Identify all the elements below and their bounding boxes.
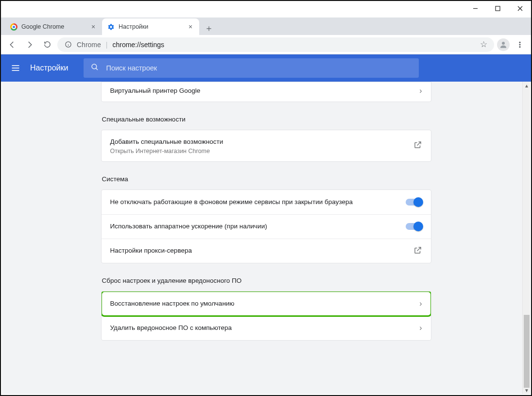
row-background-apps[interactable]: Не отключать работающие в фоновом режиме… — [102, 190, 431, 214]
tab-google-chrome[interactable]: Google Chrome × — [5, 18, 102, 35]
address-origin: Chrome — [77, 41, 101, 49]
row-hardware-accel[interactable]: Использовать аппаратное ускорение (при н… — [102, 214, 431, 239]
scrollbar-thumb[interactable] — [524, 315, 530, 388]
chevron-right-icon: › — [419, 299, 422, 308]
window-titlebar — [1, 1, 531, 17]
row-label: Виртуальный принтер Google — [110, 86, 201, 96]
card-accessibility: Добавить специальные возможности Открыть… — [101, 130, 431, 162]
card-reset: Восстановление настроек по умолчанию › У… — [101, 291, 431, 341]
vertical-scrollbar[interactable]: ▲ ▼ — [522, 82, 530, 394]
scroll-down-arrow-icon[interactable]: ▼ — [523, 386, 530, 394]
settings-title: Настройки — [30, 64, 68, 72]
new-tab-button[interactable]: ＋ — [202, 21, 216, 35]
toggle-hardware-accel[interactable] — [406, 223, 422, 230]
address-bar[interactable]: Chrome | chrome://settings ☆ — [57, 37, 494, 52]
row-label: Восстановление настроек по умолчанию — [110, 299, 235, 309]
chevron-right-icon: › — [419, 324, 422, 332]
svg-rect-1 — [496, 6, 500, 11]
gear-icon — [107, 23, 115, 31]
row-cleanup-computer[interactable]: Удалить вредоносное ПО с компьютера › — [102, 316, 431, 340]
section-label-accessibility: Специальные возможности — [102, 116, 431, 123]
row-label: Настройки прокси-сервера — [110, 246, 192, 256]
tab-title: Настройки — [119, 23, 183, 30]
external-link-icon — [413, 140, 422, 151]
scroll-up-arrow-icon[interactable]: ▲ — [523, 82, 530, 89]
tab-strip: Google Chrome × Настройки × ＋ — [1, 17, 531, 35]
row-proxy-settings[interactable]: Настройки прокси-сервера — [102, 239, 431, 263]
card-printing: Виртуальный принтер Google › — [101, 82, 431, 102]
bookmark-star-icon[interactable]: ☆ — [480, 39, 487, 50]
row-restore-defaults[interactable]: Восстановление настроек по умолчанию › — [102, 292, 431, 316]
row-label: Не отключать работающие в фоновом режиме… — [110, 197, 353, 207]
svg-point-14 — [92, 64, 97, 69]
search-icon — [90, 63, 99, 73]
window-minimize-button[interactable] — [464, 1, 486, 16]
row-add-accessibility[interactable]: Добавить специальные возможности Открыть… — [102, 130, 431, 161]
address-path: chrome://settings — [112, 41, 164, 49]
row-label: Добавить специальные возможности — [110, 137, 223, 147]
external-link-icon — [413, 246, 422, 256]
window-maximize-button[interactable] — [486, 1, 509, 16]
card-system: Не отключать работающие в фоновом режиме… — [101, 189, 431, 263]
profile-avatar-button[interactable] — [497, 38, 510, 51]
section-label-reset: Сброс настроек и удаление вредоносного П… — [102, 277, 431, 284]
row-sublabel: Открыть Интернет-магазин Chrome — [110, 148, 223, 155]
settings-header: Настройки — [1, 54, 531, 82]
overflow-menu-button[interactable] — [513, 37, 527, 52]
chevron-right-icon: › — [419, 86, 422, 95]
nav-reload-button[interactable] — [40, 37, 54, 52]
svg-point-8 — [519, 42, 521, 43]
menu-button[interactable] — [10, 62, 21, 74]
window-close-button[interactable] — [509, 1, 531, 16]
tab-close-button[interactable]: × — [187, 23, 194, 31]
nav-back-button[interactable] — [5, 37, 19, 52]
row-label: Удалить вредоносное ПО с компьютера — [110, 323, 232, 333]
section-label-system: Система — [102, 175, 431, 183]
settings-search-input[interactable] — [106, 64, 412, 72]
site-info-icon[interactable] — [64, 41, 72, 49]
address-separator: | — [106, 41, 108, 49]
svg-point-7 — [502, 42, 505, 45]
svg-point-10 — [519, 46, 521, 48]
svg-point-9 — [519, 44, 521, 45]
toggle-background-apps[interactable] — [406, 199, 422, 206]
tab-close-button[interactable]: × — [89, 23, 97, 31]
tab-title: Google Chrome — [21, 23, 86, 30]
settings-search[interactable] — [84, 58, 419, 78]
nav-forward-button[interactable] — [22, 37, 37, 52]
settings-viewport: Виртуальный принтер Google › Специальные… — [2, 82, 530, 394]
tab-settings[interactable]: Настройки × — [102, 18, 199, 35]
svg-line-15 — [96, 68, 98, 70]
row-label: Использовать аппаратное ускорение (при н… — [110, 222, 267, 231]
chrome-favicon-icon — [10, 23, 17, 31]
browser-toolbar: Chrome | chrome://settings ☆ — [1, 35, 531, 54]
row-google-cloud-print[interactable]: Виртуальный принтер Google › — [102, 82, 431, 102]
